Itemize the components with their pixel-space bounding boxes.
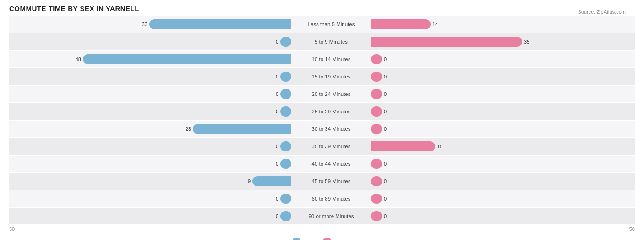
male-section: 0 — [9, 211, 293, 221]
female-section: 0 — [369, 159, 644, 169]
female-section: 0 — [369, 194, 644, 204]
female-bar — [371, 211, 382, 221]
legend-female-icon — [323, 238, 331, 240]
female-bar — [371, 159, 382, 169]
male-bar — [252, 176, 291, 186]
axis-labels: 50 50 — [9, 225, 635, 234]
row-label: 35 to 39 Minutes — [293, 144, 369, 149]
row-label: 40 to 44 Minutes — [293, 161, 369, 167]
male-section: 9 — [9, 176, 293, 186]
female-value: 0 — [384, 179, 387, 184]
row-label: 20 to 24 Minutes — [293, 91, 369, 97]
row-label: 60 to 89 Minutes — [293, 196, 369, 201]
chart-title: COMMUTE TIME BY SEX IN YARNELL — [9, 5, 635, 12]
male-bar — [193, 124, 291, 134]
row-label: 30 to 34 Minutes — [293, 126, 369, 132]
row-label: 45 to 59 Minutes — [293, 179, 369, 184]
female-section: 0 — [369, 72, 644, 82]
male-bar — [149, 19, 291, 29]
male-section: 23 — [9, 124, 293, 134]
male-section: 0 — [9, 106, 293, 117]
male-section: 0 — [9, 159, 293, 169]
female-section: 0 — [369, 124, 644, 134]
female-section: 0 — [369, 54, 644, 64]
legend-female: Female — [323, 238, 351, 240]
female-value: 0 — [384, 56, 387, 62]
table-row: 015 to 19 Minutes0 — [9, 68, 635, 85]
table-row: 040 to 44 Minutes0 — [9, 156, 635, 172]
male-bar — [280, 37, 291, 47]
female-bar — [371, 19, 431, 29]
female-bar — [371, 54, 382, 64]
row-label: 25 to 29 Minutes — [293, 109, 369, 114]
table-row: 020 to 24 Minutes0 — [9, 86, 635, 102]
female-bar — [371, 106, 382, 117]
male-value: 9 — [248, 179, 251, 184]
female-bar — [371, 176, 382, 186]
female-bar — [371, 194, 382, 204]
legend-male: Male — [293, 238, 314, 240]
female-value: 0 — [384, 196, 387, 201]
female-value: 14 — [432, 22, 438, 27]
male-bar — [83, 54, 291, 64]
male-value: 33 — [142, 22, 147, 27]
female-bar — [371, 37, 522, 47]
female-value: 15 — [437, 144, 442, 149]
male-value: 0 — [276, 144, 278, 149]
male-bar — [280, 194, 291, 204]
table-row: 2330 to 34 Minutes0 — [9, 121, 635, 137]
male-value: 0 — [276, 161, 278, 167]
male-section: 48 — [9, 54, 293, 64]
female-section: 0 — [369, 89, 644, 99]
legend: Male Female — [9, 238, 635, 240]
male-bar — [280, 159, 291, 169]
table-row: 33Less than 5 Minutes14 — [9, 16, 635, 33]
female-section: 15 — [369, 141, 644, 151]
male-value: 23 — [186, 126, 191, 132]
table-row: 060 to 89 Minutes0 — [9, 190, 635, 207]
male-value: 0 — [276, 74, 278, 79]
row-label: Less than 5 Minutes — [293, 22, 369, 27]
male-section: 0 — [9, 194, 293, 204]
chart-area: 33Less than 5 Minutes1405 to 9 Minutes35… — [9, 16, 635, 240]
male-bar — [280, 106, 291, 117]
axis-right: 50 — [629, 226, 635, 232]
row-label: 15 to 19 Minutes — [293, 74, 369, 79]
female-value: 35 — [524, 39, 529, 45]
row-label: 90 or more Minutes — [293, 213, 369, 219]
row-label: 5 to 9 Minutes — [293, 39, 369, 45]
source-label: Source: ZipAtlas.com — [578, 9, 626, 15]
female-bar — [371, 72, 382, 82]
table-row: 05 to 9 Minutes35 — [9, 33, 635, 50]
female-value: 0 — [384, 161, 387, 167]
table-row: 035 to 39 Minutes15 — [9, 138, 635, 155]
table-row: 4810 to 14 Minutes0 — [9, 51, 635, 67]
female-value: 0 — [384, 74, 387, 79]
male-bar — [280, 89, 291, 99]
legend-male-icon — [293, 238, 300, 240]
male-value: 0 — [276, 213, 278, 219]
male-value: 0 — [276, 196, 278, 201]
male-section: 0 — [9, 141, 293, 151]
table-row: 090 or more Minutes0 — [9, 208, 635, 224]
female-section: 35 — [369, 37, 644, 47]
male-value: 0 — [276, 39, 278, 45]
female-section: 0 — [369, 106, 644, 117]
female-value: 0 — [384, 213, 387, 219]
female-section: 14 — [369, 19, 644, 29]
table-row: 945 to 59 Minutes0 — [9, 173, 635, 190]
female-bar — [371, 141, 435, 151]
male-bar — [280, 211, 291, 221]
female-value: 0 — [384, 126, 387, 132]
row-label: 10 to 14 Minutes — [293, 56, 369, 62]
male-bar — [280, 72, 291, 82]
male-value: 0 — [276, 91, 278, 97]
female-value: 0 — [384, 91, 387, 97]
male-section: 0 — [9, 72, 293, 82]
male-section: 33 — [9, 19, 293, 29]
male-bar — [280, 141, 291, 151]
female-section: 0 — [369, 211, 644, 221]
male-value: 0 — [276, 109, 278, 114]
male-section: 0 — [9, 37, 293, 47]
male-value: 48 — [76, 56, 81, 62]
